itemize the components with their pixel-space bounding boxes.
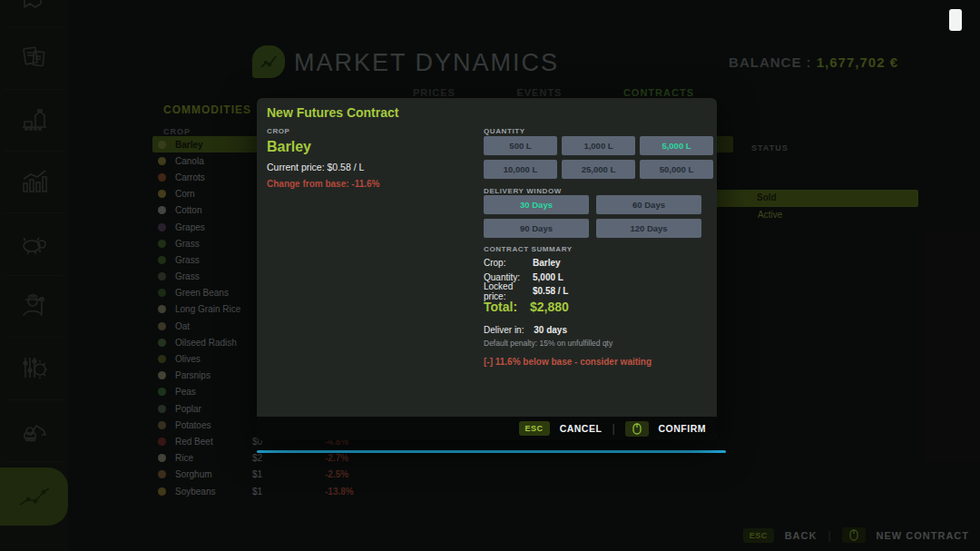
total-line: Total: $2,880 — [484, 300, 569, 314]
summary-row-label: Locked price: — [484, 281, 524, 301]
dialog-footer: ESC CANCEL | CONFIRM — [257, 417, 717, 440]
esc-key-badge: ESC — [519, 421, 550, 436]
phone-icon — [949, 9, 962, 31]
summary-row-label: Crop: — [484, 258, 524, 268]
quantity-option-button[interactable]: 5,000 L — [640, 136, 713, 155]
quantity-option-button[interactable]: 1,000 L — [562, 136, 635, 155]
quantity-section-label: QUANTITY — [484, 127, 525, 135]
mouse-left-click-icon — [625, 421, 649, 437]
delivery-option-button[interactable]: 90 Days — [484, 219, 589, 238]
delivery-option-button[interactable]: 120 Days — [596, 219, 701, 238]
quantity-option-button[interactable]: 10,000 L — [484, 160, 557, 179]
contract-summary-label: CONTRACT SUMMARY — [484, 245, 573, 253]
summary-row-value: $0.58 / L — [533, 286, 568, 296]
quantity-option-button[interactable]: 25,000 L — [562, 160, 635, 179]
change-from-base-line: Change from base: -11.6% — [267, 179, 379, 189]
footer-divider: | — [612, 422, 614, 435]
deliver-in-line: Deliver in: 30 days — [484, 325, 567, 335]
delivery-option-button[interactable]: 30 Days — [484, 195, 589, 214]
cancel-button[interactable]: CANCEL — [560, 423, 603, 434]
total-label: Total: — [484, 300, 517, 314]
current-price-line: Current price: $0.58 / L — [267, 162, 364, 172]
summary-row: Locked price: $0.58 / L — [484, 284, 568, 299]
summary-row-value: Barley — [533, 258, 561, 268]
below-base-warning: [-] 11.6% below base - consider waiting — [484, 357, 652, 367]
dialog-title: New Futures Contract — [267, 105, 398, 120]
summary-row: Crop: Barley — [484, 256, 568, 271]
crop-section-label: CROP — [267, 127, 290, 135]
summary-row-value: 5,000 L — [533, 272, 564, 282]
contract-summary-rows: Crop: Barley Quantity: 5,000 L Locked pr… — [484, 256, 568, 299]
delivery-option-button[interactable]: 60 Days — [596, 195, 701, 214]
delivery-window-options: 30 Days60 Days90 Days120 Days — [484, 195, 701, 238]
selection-underline — [257, 450, 726, 453]
quantity-option-button[interactable]: 50,000 L — [640, 160, 713, 179]
new-futures-contract-dialog: New Futures Contract CROP Barley Current… — [257, 98, 717, 440]
quantity-options: 500 L1,000 L5,000 L10,000 L25,000 L50,00… — [484, 136, 713, 179]
total-value: $2,880 — [530, 300, 569, 314]
selected-crop-name: Barley — [267, 139, 311, 155]
deliver-in-value: 30 days — [534, 325, 567, 335]
default-penalty-note: Default penalty: 15% on unfulfilled qty — [484, 339, 612, 348]
quantity-option-button[interactable]: 500 L — [484, 136, 557, 155]
confirm-button[interactable]: CONFIRM — [659, 423, 707, 434]
delivery-window-label: DELIVERY WINDOW — [484, 187, 562, 195]
deliver-in-label: Deliver in: — [484, 325, 524, 335]
market-dynamics-screen: MARKET DYNAMICS BALANCE : 1,677,702 € PR… — [0, 0, 980, 551]
